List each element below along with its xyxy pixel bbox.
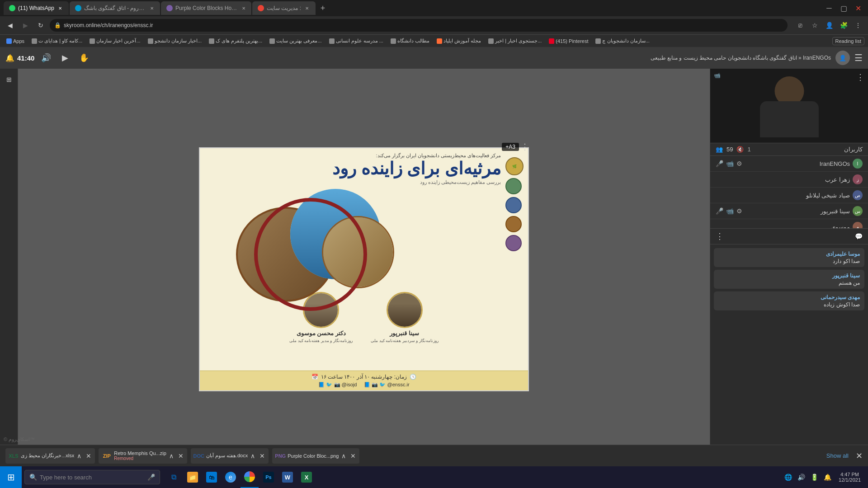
participant-item: صیاد شیخی لیلانلو ص bbox=[710, 188, 868, 203]
dl-close-png[interactable]: ✕ bbox=[350, 452, 356, 460]
chat-message-1: موسا علیمرادی صدا اکو دارد bbox=[714, 248, 864, 267]
menu-button[interactable]: ☰ bbox=[854, 52, 863, 63]
dl-arrow-png[interactable]: ∧ bbox=[341, 452, 346, 460]
network-icon[interactable]: 🌐 bbox=[783, 472, 794, 483]
poster-datetime: زمان: چهارشنبه ۱۰ آذر ۱۴۰۰ ساعت ۱۶ bbox=[321, 374, 407, 380]
tab-purple[interactable]: Purple Color Blocks How-To Gui... ✕ bbox=[161, 1, 251, 15]
close-button[interactable]: ✕ bbox=[852, 2, 864, 14]
bookmark-5[interactable]: بهترین پلتفرم های ک... bbox=[206, 37, 265, 45]
tab-skyroom[interactable]: اسکای‌روم - اتاق گفتگوی باشگ... ✕ bbox=[70, 1, 160, 15]
toolbar-time: 41:40 bbox=[17, 54, 34, 62]
bookmark-apps[interactable]: Apps bbox=[4, 38, 27, 45]
poster-social1: @isojd bbox=[342, 382, 357, 387]
cast-icon[interactable]: ⎚ bbox=[794, 19, 807, 32]
participants-label: کاربران bbox=[844, 146, 863, 153]
forward-button[interactable]: ▶ bbox=[19, 19, 32, 32]
back-button[interactable]: ◀ bbox=[4, 19, 16, 32]
chrome-icon bbox=[244, 471, 255, 482]
admin-favicon bbox=[258, 5, 264, 11]
task-view-button[interactable]: ⧉ bbox=[165, 466, 183, 488]
video-area: 📹 ⋮ bbox=[710, 69, 868, 143]
audio-toggle[interactable]: 🔊 bbox=[39, 51, 53, 65]
participant-name-4: سینا قنبرپور bbox=[821, 208, 850, 215]
chat-message-3: مهدی سیدرحمانی صدا اکوش زیاده bbox=[714, 291, 864, 310]
word-button[interactable]: W bbox=[278, 466, 297, 488]
tab-admin[interactable]: مدیریت سایت : ✕ bbox=[252, 1, 316, 15]
tab-skyroom-close[interactable]: ✕ bbox=[149, 5, 155, 11]
poster: 🌿 مرکز فعالیت‌های محیط‌زیستی دانشجویان ا… bbox=[199, 147, 529, 391]
right-panel: 📹 ⋮ 👥 59 🔇 1 کاربران bbox=[710, 69, 868, 470]
sidebar-toggle[interactable]: ⊞ bbox=[3, 73, 15, 86]
bookmark-6[interactable]: معرفی بهترین سایت... bbox=[267, 37, 324, 45]
dl-name-docx: هفته سوم آبان.docx bbox=[206, 453, 248, 459]
edge-button[interactable]: e bbox=[222, 466, 240, 488]
store-icon: 🛍 bbox=[206, 472, 217, 483]
bookmark-11[interactable]: سازمان دانشجویان چ... bbox=[593, 37, 652, 45]
dl-close-xlsx[interactable]: ✕ bbox=[86, 452, 91, 460]
chrome-button[interactable] bbox=[241, 466, 259, 488]
bookmark-8[interactable]: مطالب دانشگاه bbox=[388, 37, 432, 45]
notification-icon[interactable]: 🔔 bbox=[822, 472, 833, 483]
poster-subtitle: بررسی مفاهیم زیست‌محیطی زاینده رود bbox=[204, 179, 501, 185]
dl-name-zip: Retro Memphis Qu...zip bbox=[114, 450, 166, 456]
task-view-icon: ⧉ bbox=[168, 472, 179, 483]
chat-more-button[interactable]: ⋮ bbox=[716, 231, 724, 241]
bookmark-3[interactable]: آخرین اخبار سازمان... bbox=[87, 37, 143, 45]
extensions-icon[interactable]: 🧩 bbox=[837, 19, 850, 32]
store-button[interactable]: 🛍 bbox=[203, 466, 221, 488]
system-clock[interactable]: 4:47 PM 12/1/2021 bbox=[835, 472, 864, 483]
taskbar-search[interactable]: 🔍 Type here to search 🎤 bbox=[24, 470, 160, 484]
start-button[interactable]: ⊞ bbox=[0, 466, 22, 488]
dl-name-xlsx: خبرنگاران محیط زی...xlsx bbox=[21, 453, 74, 459]
poster-organization: مرکز فعالیت‌های محیط‌زیستی دانشجویان ایر… bbox=[204, 153, 501, 159]
new-tab-button[interactable]: + bbox=[316, 2, 329, 14]
chat-header: ⋮ 💬 bbox=[710, 229, 868, 244]
slide-options[interactable]: ⋮ bbox=[521, 142, 529, 152]
participant-item: موسوی م bbox=[710, 219, 868, 228]
bookmark-2[interactable]: کامه کاو | هدایای ت... bbox=[29, 37, 85, 45]
settings-icon[interactable]: ⋮ bbox=[852, 19, 864, 32]
bookmark-9[interactable]: مجله آموزش ایلیاد bbox=[434, 37, 484, 45]
dl-close-docx[interactable]: ✕ bbox=[259, 452, 265, 460]
photoshop-icon: Ps bbox=[263, 472, 274, 483]
bookmark-7[interactable]: مدرسه علوم انسانی ... bbox=[326, 37, 386, 45]
nav-icons: ⎚ ☆ 👤 🧩 ⋮ bbox=[794, 19, 864, 32]
minimize-button[interactable]: ─ bbox=[823, 2, 835, 14]
tab-purple-close[interactable]: ✕ bbox=[241, 5, 246, 11]
whatsapp-favicon bbox=[9, 5, 15, 11]
msg1-name: موسا علیمرادی bbox=[718, 251, 860, 257]
dl-arrow-docx[interactable]: ∧ bbox=[250, 452, 255, 460]
tab-whatsapp[interactable]: (11) WhatsApp ✕ bbox=[4, 1, 69, 15]
bookmark-reading-list[interactable]: Reading list bbox=[832, 37, 864, 45]
participant-item: زهرا عرب ز bbox=[710, 172, 868, 188]
close-downloads-bar[interactable]: ✕ bbox=[856, 451, 863, 461]
profile-icon[interactable]: 👤 bbox=[823, 19, 835, 32]
maximize-button[interactable]: ▢ bbox=[837, 2, 850, 14]
bookmark-pinterest[interactable]: (415) Pinterest bbox=[546, 38, 591, 45]
address-bar[interactable]: 🔒 skyroom.online/ch/iranengos/enssc.ir bbox=[50, 19, 788, 32]
show-all-button[interactable]: Show all bbox=[826, 452, 849, 459]
tab-admin-close[interactable]: ✕ bbox=[304, 5, 310, 11]
file-explorer-button[interactable]: 📁 bbox=[184, 466, 202, 488]
dl-close-zip[interactable]: ✕ bbox=[178, 452, 184, 460]
download-item-png: PNG Purple Color Bloc...png ∧ ✕ bbox=[272, 448, 359, 464]
participant-item: 🎤 📹 ⚙ IranENGOs I bbox=[710, 156, 868, 172]
bookmark-4[interactable]: اخبار سازمان دانشجو... bbox=[145, 37, 204, 45]
user-avatar[interactable]: 👤 bbox=[835, 51, 850, 65]
bookmark-icon[interactable]: ☆ bbox=[808, 19, 821, 32]
word-icon: W bbox=[282, 472, 293, 483]
dl-arrow-xlsx[interactable]: ∧ bbox=[77, 452, 81, 460]
bookmark-10[interactable]: جستجوی اخبار | اخبر... bbox=[486, 37, 544, 45]
video-options[interactable]: ⋮ bbox=[856, 72, 864, 82]
search-icon: 🔍 bbox=[29, 474, 37, 481]
volume-icon[interactable]: 🔊 bbox=[796, 472, 807, 483]
battery-icon[interactable]: 🔋 bbox=[809, 472, 820, 483]
reload-button[interactable]: ↻ bbox=[34, 19, 47, 32]
hand-raise[interactable]: ✋ bbox=[77, 51, 91, 65]
tab-whatsapp-close[interactable]: ✕ bbox=[57, 5, 63, 11]
photoshop-button[interactable]: Ps bbox=[259, 466, 278, 488]
voice-search-icon[interactable]: 🎤 bbox=[147, 474, 155, 481]
video-toggle[interactable]: ▶ bbox=[58, 51, 72, 65]
dl-arrow-zip[interactable]: ∧ bbox=[169, 452, 174, 460]
excel-button[interactable]: X bbox=[297, 466, 316, 488]
